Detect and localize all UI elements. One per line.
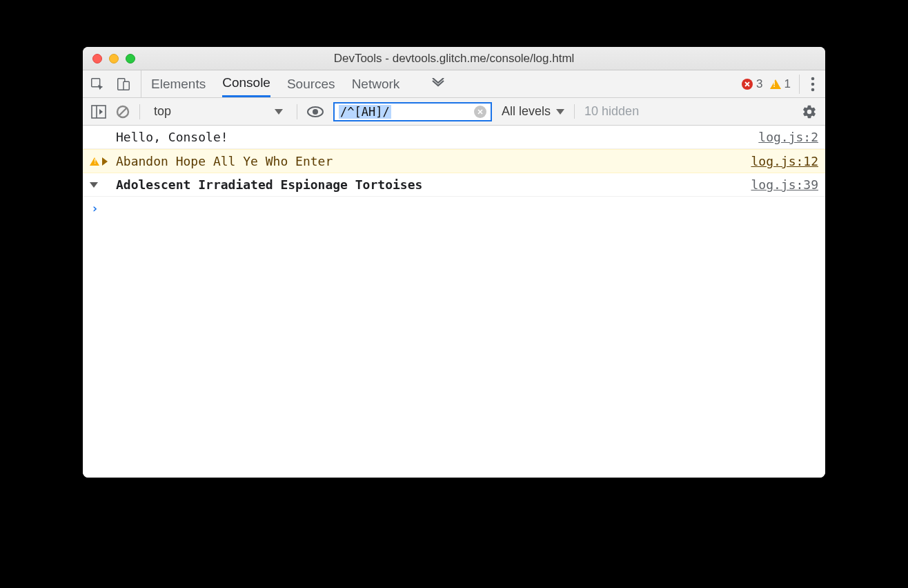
window-title: DevTools - devtools.glitch.me/console/lo… bbox=[83, 52, 825, 66]
source-link[interactable]: log.js:39 bbox=[751, 177, 818, 192]
more-options-button[interactable] bbox=[799, 75, 818, 94]
log-levels-selector[interactable]: All levels bbox=[502, 104, 564, 119]
tab-elements[interactable]: Elements bbox=[151, 70, 206, 97]
window-controls bbox=[92, 54, 135, 63]
context-value: top bbox=[154, 104, 171, 119]
toolbar-divider bbox=[139, 104, 140, 119]
console-row-log[interactable]: Hello, Console! log.js:2 bbox=[83, 126, 825, 149]
svg-point-4 bbox=[811, 82, 814, 86]
disclosure-down-icon[interactable] bbox=[90, 182, 98, 188]
clear-console-icon[interactable] bbox=[116, 105, 130, 119]
svg-rect-6 bbox=[92, 106, 106, 118]
status-indicators: 3 1 bbox=[742, 77, 791, 91]
console-prompt[interactable]: › bbox=[83, 197, 825, 219]
error-icon bbox=[742, 79, 753, 90]
devtools-window: DevTools - devtools.glitch.me/console/lo… bbox=[83, 47, 825, 478]
warning-icon bbox=[90, 157, 99, 166]
console-output: Hello, Console! log.js:2 Abandon Hope Al… bbox=[83, 126, 825, 478]
tab-console[interactable]: Console bbox=[222, 70, 270, 97]
levels-label: All levels bbox=[502, 104, 551, 119]
clear-filter-icon[interactable] bbox=[474, 106, 486, 118]
svg-point-11 bbox=[313, 109, 318, 115]
context-selector[interactable]: top bbox=[150, 104, 287, 119]
row-gutter bbox=[90, 157, 116, 166]
sidebar-toggle-icon[interactable] bbox=[91, 105, 106, 119]
inspect-element-icon[interactable] bbox=[90, 77, 105, 92]
settings-icon[interactable] bbox=[802, 104, 817, 119]
warning-message: Abandon Hope All Ye Who Enter bbox=[116, 154, 751, 168]
console-row-group[interactable]: Adolescent Irradiated Espionage Tortoise… bbox=[83, 173, 825, 197]
tab-sources[interactable]: Sources bbox=[287, 70, 335, 97]
live-expression-icon[interactable] bbox=[307, 106, 324, 118]
panel-tabbar: Elements Console Sources Network 3 1 bbox=[83, 70, 825, 98]
console-row-warning[interactable]: Abandon Hope All Ye Who Enter log.js:12 bbox=[83, 149, 825, 173]
minimize-window-button[interactable] bbox=[109, 54, 119, 63]
prompt-caret-icon: › bbox=[91, 201, 99, 215]
chevron-down-icon bbox=[556, 109, 564, 115]
titlebar: DevTools - devtools.glitch.me/console/lo… bbox=[83, 47, 825, 70]
chevron-down-icon bbox=[275, 109, 283, 115]
svg-point-3 bbox=[811, 77, 814, 80]
log-message: Hello, Console! bbox=[116, 130, 758, 144]
tab-network[interactable]: Network bbox=[352, 70, 400, 97]
source-link[interactable]: log.js:12 bbox=[751, 154, 818, 168]
svg-line-9 bbox=[119, 108, 127, 115]
source-link[interactable]: log.js:2 bbox=[758, 130, 818, 144]
error-count-value: 3 bbox=[756, 77, 762, 91]
svg-rect-2 bbox=[124, 81, 129, 90]
tabs-overflow-icon[interactable] bbox=[431, 77, 445, 91]
tab-list: Elements Console Sources Network bbox=[151, 70, 445, 97]
error-count[interactable]: 3 bbox=[742, 77, 762, 91]
filter-value: /^[AH]/ bbox=[339, 105, 391, 119]
maximize-window-button[interactable] bbox=[126, 54, 135, 63]
close-window-button[interactable] bbox=[92, 54, 102, 63]
row-gutter bbox=[90, 182, 116, 188]
hidden-count[interactable]: 10 hidden bbox=[574, 104, 639, 119]
warning-count-value: 1 bbox=[784, 77, 791, 91]
console-toolbar: top /^[AH]/ All levels 10 hidden bbox=[83, 98, 825, 126]
disclosure-right-icon[interactable] bbox=[102, 157, 108, 166]
warning-icon bbox=[770, 79, 781, 89]
toolbar-divider bbox=[297, 104, 297, 119]
warning-count[interactable]: 1 bbox=[770, 77, 791, 91]
device-toolbar-icon[interactable] bbox=[116, 77, 131, 92]
group-message: Adolescent Irradiated Espionage Tortoise… bbox=[116, 177, 751, 192]
filter-input[interactable]: /^[AH]/ bbox=[333, 102, 492, 121]
svg-point-5 bbox=[811, 88, 814, 91]
